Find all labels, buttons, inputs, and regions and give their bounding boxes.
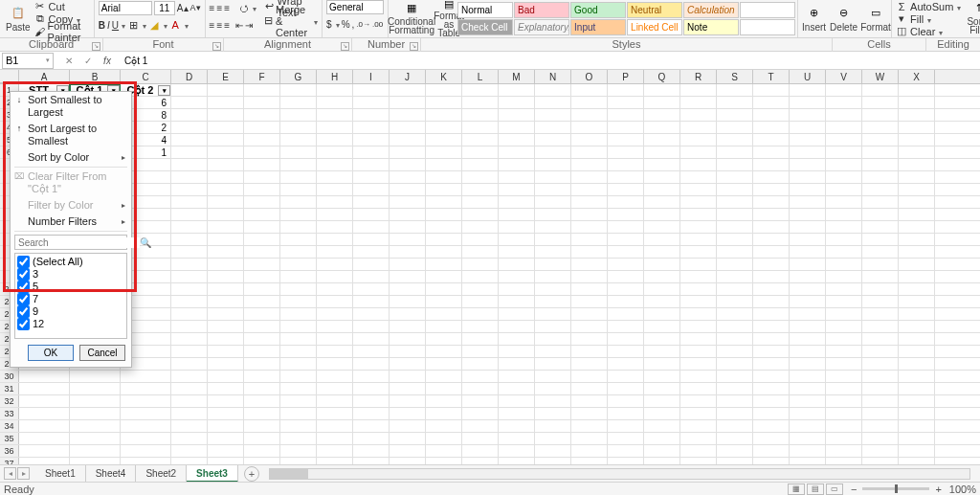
cell[interactable] bbox=[717, 221, 753, 233]
cell[interactable] bbox=[790, 159, 826, 170]
cell[interactable] bbox=[753, 420, 790, 432]
cell[interactable] bbox=[680, 333, 717, 345]
cell[interactable] bbox=[680, 271, 717, 282]
cell[interactable] bbox=[535, 358, 571, 370]
cell[interactable] bbox=[753, 445, 790, 457]
cell[interactable] bbox=[680, 184, 717, 195]
style-blank[interactable] bbox=[740, 19, 795, 35]
cell[interactable] bbox=[826, 358, 862, 370]
cell[interactable] bbox=[317, 184, 353, 195]
cell[interactable] bbox=[608, 283, 644, 295]
cell[interactable] bbox=[317, 171, 353, 183]
cell[interactable] bbox=[462, 308, 499, 320]
cell[interactable] bbox=[608, 196, 644, 208]
cell[interactable] bbox=[753, 84, 790, 96]
cell[interactable] bbox=[426, 84, 462, 96]
cell[interactable] bbox=[608, 308, 644, 320]
cell[interactable] bbox=[499, 383, 535, 394]
cell[interactable] bbox=[499, 209, 535, 220]
clear-button[interactable]: ◫Clear bbox=[896, 25, 961, 37]
cell[interactable] bbox=[353, 259, 390, 270]
cell[interactable] bbox=[717, 184, 753, 195]
cell[interactable] bbox=[244, 271, 280, 282]
cell[interactable] bbox=[390, 271, 426, 282]
cell[interactable] bbox=[644, 445, 680, 457]
cell[interactable] bbox=[317, 408, 353, 419]
filter-search-input[interactable] bbox=[18, 237, 140, 248]
cell[interactable] bbox=[899, 159, 935, 170]
cell[interactable] bbox=[426, 221, 462, 233]
cell[interactable] bbox=[499, 146, 535, 158]
cell[interactable] bbox=[717, 358, 753, 370]
cell[interactable] bbox=[244, 259, 280, 270]
cell[interactable] bbox=[317, 84, 353, 96]
cell[interactable] bbox=[753, 308, 790, 320]
cell[interactable] bbox=[826, 333, 862, 345]
cell-styles-gallery[interactable]: NormalBadGoodNeutralCalculationCheck Cel… bbox=[457, 1, 796, 36]
cell[interactable] bbox=[244, 97, 280, 108]
row-header[interactable]: 30 bbox=[0, 371, 19, 382]
cell[interactable] bbox=[899, 308, 935, 320]
cell[interactable] bbox=[317, 259, 353, 270]
cell[interactable] bbox=[717, 433, 753, 444]
cell[interactable] bbox=[790, 84, 826, 96]
cell[interactable] bbox=[644, 333, 680, 345]
cell[interactable] bbox=[753, 333, 790, 345]
cell[interactable] bbox=[499, 308, 535, 320]
tab-nav-last[interactable]: ▸ bbox=[17, 467, 30, 480]
cell[interactable] bbox=[535, 196, 571, 208]
comma-button[interactable]: , bbox=[352, 18, 355, 31]
cell[interactable] bbox=[753, 321, 790, 332]
cell[interactable] bbox=[790, 122, 826, 133]
row-header[interactable]: 32 bbox=[0, 395, 19, 407]
cell[interactable] bbox=[608, 159, 644, 170]
cell[interactable] bbox=[644, 171, 680, 183]
cell[interactable] bbox=[899, 271, 935, 282]
cell[interactable] bbox=[535, 209, 571, 220]
cell[interactable] bbox=[717, 420, 753, 432]
cell[interactable] bbox=[899, 122, 935, 133]
cell[interactable] bbox=[644, 146, 680, 158]
cell[interactable] bbox=[317, 196, 353, 208]
cell[interactable] bbox=[353, 283, 390, 295]
cell[interactable] bbox=[571, 246, 608, 258]
cell[interactable] bbox=[826, 134, 862, 146]
cell[interactable] bbox=[644, 134, 680, 146]
cell[interactable] bbox=[426, 283, 462, 295]
cell[interactable] bbox=[280, 159, 317, 170]
cell[interactable] bbox=[571, 408, 608, 419]
cell[interactable] bbox=[535, 271, 571, 282]
cell[interactable] bbox=[535, 420, 571, 432]
cell[interactable] bbox=[680, 209, 717, 220]
cell[interactable] bbox=[208, 221, 244, 233]
cell[interactable] bbox=[790, 395, 826, 407]
cell[interactable] bbox=[390, 383, 426, 394]
cell[interactable] bbox=[208, 259, 244, 270]
cell[interactable] bbox=[353, 433, 390, 444]
horizontal-scrollbar[interactable] bbox=[269, 468, 970, 480]
cell[interactable] bbox=[680, 445, 717, 457]
alignment-launcher[interactable]: ↘ bbox=[341, 42, 349, 51]
cell[interactable] bbox=[426, 308, 462, 320]
cell[interactable] bbox=[608, 109, 644, 121]
cell[interactable] bbox=[899, 346, 935, 357]
cell[interactable] bbox=[244, 221, 280, 233]
cell[interactable] bbox=[426, 358, 462, 370]
cell[interactable] bbox=[499, 234, 535, 245]
cell[interactable] bbox=[644, 271, 680, 282]
cell[interactable] bbox=[19, 420, 70, 432]
cell[interactable] bbox=[426, 122, 462, 133]
cell[interactable] bbox=[171, 358, 208, 370]
orientation-button[interactable]: ⭯ bbox=[239, 2, 256, 14]
cell[interactable] bbox=[70, 371, 121, 382]
cell[interactable] bbox=[499, 84, 535, 96]
cell[interactable] bbox=[171, 346, 208, 357]
cell[interactable] bbox=[390, 433, 426, 444]
cell[interactable] bbox=[826, 445, 862, 457]
cell[interactable] bbox=[826, 271, 862, 282]
cell[interactable] bbox=[717, 283, 753, 295]
cell[interactable] bbox=[717, 445, 753, 457]
cell[interactable] bbox=[753, 97, 790, 108]
column-header-O[interactable]: O bbox=[571, 70, 608, 83]
row-header[interactable]: 36 bbox=[0, 445, 19, 457]
